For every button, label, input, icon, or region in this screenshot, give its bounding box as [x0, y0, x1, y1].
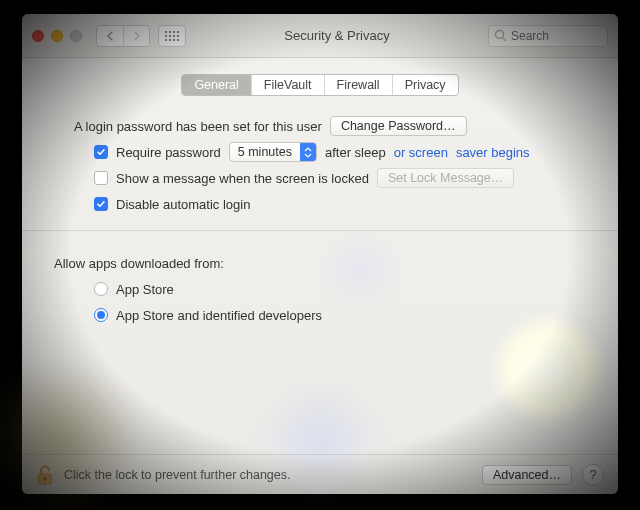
back-button[interactable] — [97, 26, 123, 46]
preferences-window: Security & Privacy General FileVault Fir… — [22, 14, 618, 494]
gatekeeper-option-identified-row: App Store and identified developers — [74, 303, 586, 327]
help-button[interactable]: ? — [582, 464, 604, 486]
section-divider — [22, 230, 618, 231]
search-icon — [494, 29, 507, 42]
login-password-row: A login password has been set for this u… — [74, 114, 586, 138]
gatekeeper-heading: Allow apps downloaded from: — [54, 256, 224, 271]
lock-open-icon — [36, 464, 54, 486]
screen-saver-link[interactable]: saver begins — [456, 145, 530, 160]
chevron-right-icon — [133, 31, 141, 41]
lock-message: Click the lock to prevent further change… — [64, 468, 291, 482]
show-all-button[interactable] — [158, 25, 186, 47]
require-password-delay-value: 5 minutes — [230, 145, 300, 159]
window-controls — [32, 30, 82, 42]
tab-firewall[interactable]: Firewall — [324, 75, 392, 95]
show-message-checkbox[interactable] — [94, 171, 108, 185]
set-lock-message-button: Set Lock Message… — [377, 168, 514, 188]
show-message-label: Show a message when the screen is locked — [116, 171, 369, 186]
disable-auto-login-checkbox[interactable] — [94, 197, 108, 211]
search-field-wrap — [488, 25, 608, 47]
advanced-button[interactable]: Advanced… — [482, 465, 572, 485]
zoom-window-button[interactable] — [70, 30, 82, 42]
require-password-row: Require password 5 minutes after sleep o… — [74, 140, 586, 164]
gatekeeper-option-identified-label: App Store and identified developers — [116, 308, 322, 323]
forward-button[interactable] — [123, 26, 149, 46]
change-password-button[interactable]: Change Password… — [330, 116, 467, 136]
disable-auto-login-row: Disable automatic login — [74, 192, 586, 216]
gatekeeper-option-appstore-label: App Store — [116, 282, 174, 297]
gatekeeper-section: Allow apps downloaded from: App Store Ap… — [44, 251, 596, 327]
require-password-after-2: or screen — [394, 145, 448, 160]
gatekeeper-radio-appstore[interactable] — [94, 282, 108, 296]
window-title: Security & Privacy — [194, 28, 480, 43]
require-password-label: Require password — [116, 145, 221, 160]
disable-auto-login-label: Disable automatic login — [116, 197, 250, 212]
lock-button[interactable] — [36, 464, 54, 486]
nav-back-forward — [96, 25, 150, 47]
require-password-delay-select[interactable]: 5 minutes — [229, 142, 317, 162]
require-password-checkbox[interactable] — [94, 145, 108, 159]
login-password-heading: A login password has been set for this u… — [74, 119, 322, 134]
content-area: General FileVault Firewall Privacy A log… — [22, 58, 618, 454]
tab-bar: General FileVault Firewall Privacy — [181, 74, 458, 96]
require-password-after-1: after sleep — [325, 145, 386, 160]
login-section: A login password has been set for this u… — [44, 114, 596, 216]
close-window-button[interactable] — [32, 30, 44, 42]
chevron-left-icon — [106, 31, 114, 41]
tab-filevault[interactable]: FileVault — [251, 75, 324, 95]
titlebar: Security & Privacy — [22, 14, 618, 58]
stepper-icon — [300, 143, 316, 161]
gatekeeper-option-appstore-row: App Store — [74, 277, 586, 301]
show-message-row: Show a message when the screen is locked… — [74, 166, 586, 190]
minimize-window-button[interactable] — [51, 30, 63, 42]
footer-bar: Click the lock to prevent further change… — [22, 454, 618, 494]
svg-line-1 — [503, 37, 506, 40]
tab-general[interactable]: General — [182, 75, 250, 95]
gatekeeper-radio-identified[interactable] — [94, 308, 108, 322]
tab-privacy[interactable]: Privacy — [392, 75, 458, 95]
svg-rect-4 — [44, 479, 45, 482]
grid-icon — [165, 31, 179, 41]
tab-bar-wrap: General FileVault Firewall Privacy — [44, 74, 596, 96]
